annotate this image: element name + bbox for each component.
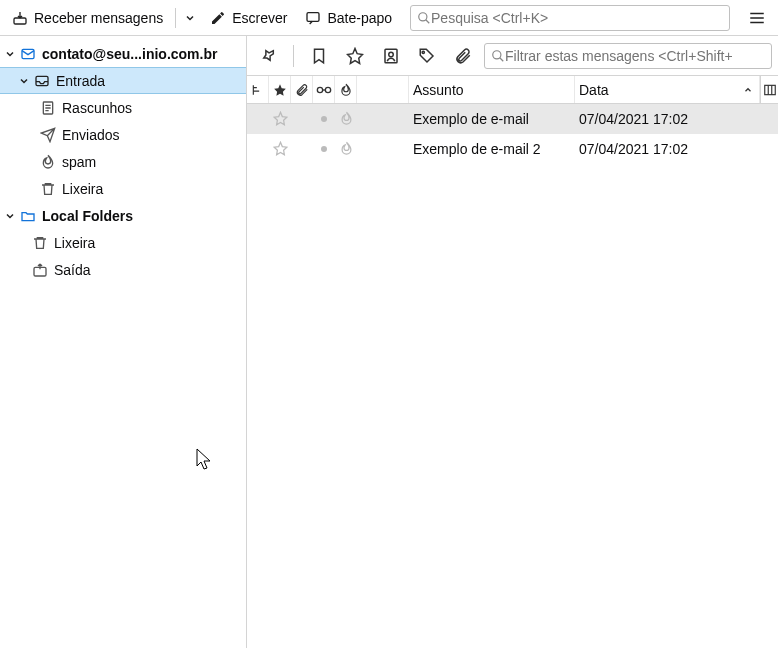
- get-messages-dropdown[interactable]: [180, 8, 200, 28]
- folder-spam[interactable]: spam: [0, 148, 246, 175]
- message-row[interactable]: Exemplo de e-mail 207/04/2021 17:02: [247, 134, 778, 164]
- folder-inbox[interactable]: Entrada: [0, 67, 246, 94]
- svg-point-10: [493, 50, 501, 58]
- spam-cell[interactable]: [335, 111, 357, 126]
- spam-cell[interactable]: [335, 141, 357, 156]
- svg-point-12: [325, 87, 330, 92]
- chevron-down-icon: [184, 12, 196, 24]
- column-headers: Assunto Data: [247, 76, 778, 104]
- paperclip-icon: [454, 47, 472, 65]
- search-icon: [491, 49, 505, 63]
- message-pane: Assunto Data Exemplo de e-mail07/04/2021…: [247, 36, 778, 648]
- addressbook-icon: [382, 47, 400, 65]
- quick-filter-bar: [247, 36, 778, 76]
- folder-label: Entrada: [56, 73, 105, 89]
- local-trash[interactable]: Lixeira: [0, 229, 246, 256]
- read-cell[interactable]: [313, 146, 335, 152]
- svg-rect-1: [307, 12, 319, 21]
- hamburger-icon: [748, 9, 766, 27]
- attachment-filter-button[interactable]: [448, 43, 478, 69]
- trash-icon: [32, 235, 48, 251]
- trash-icon: [40, 181, 56, 197]
- read-cell[interactable]: [313, 116, 335, 122]
- sent-icon: [40, 127, 56, 143]
- star-filter-button[interactable]: [340, 43, 370, 69]
- svg-point-11: [317, 87, 322, 92]
- folder-label: Rascunhos: [62, 100, 132, 116]
- document-icon: [40, 100, 56, 116]
- tag-filter-button[interactable]: [412, 43, 442, 69]
- flame-icon: [40, 154, 56, 170]
- local-folders-label: Local Folders: [42, 208, 133, 224]
- folder-label: Lixeira: [54, 235, 95, 251]
- get-messages-button[interactable]: Receber mensagens: [4, 6, 171, 30]
- chevron-down-icon: [4, 48, 16, 60]
- main-toolbar: Receber mensagens Escrever Bate-papo: [0, 0, 778, 36]
- date-cell: 07/04/2021 17:02: [575, 111, 778, 127]
- pin-filter-button[interactable]: [253, 43, 283, 69]
- contact-filter-button[interactable]: [376, 43, 406, 69]
- svg-rect-0: [14, 18, 26, 24]
- paperclip-icon: [295, 83, 309, 97]
- global-search[interactable]: [410, 5, 730, 31]
- local-outbox[interactable]: Saída: [0, 256, 246, 283]
- svg-rect-13: [764, 85, 775, 94]
- column-picker-icon: [763, 83, 777, 97]
- tag-icon: [418, 47, 436, 65]
- account-label: contato@seu...inio.com.br: [42, 46, 217, 62]
- message-list: Exemplo de e-mail07/04/2021 17:02Exemplo…: [247, 104, 778, 648]
- folder-label: spam: [62, 154, 96, 170]
- thread-icon: [251, 83, 265, 97]
- thread-column[interactable]: [247, 76, 269, 103]
- star-column[interactable]: [269, 76, 291, 103]
- outbox-icon: [32, 262, 48, 278]
- svg-point-9: [422, 51, 424, 53]
- mail-icon: [20, 46, 36, 62]
- sort-asc-icon: [743, 85, 753, 95]
- unread-filter-button[interactable]: [304, 43, 334, 69]
- get-messages-label: Receber mensagens: [34, 10, 163, 26]
- local-folders-row[interactable]: Local Folders: [0, 202, 246, 229]
- global-search-input[interactable]: [431, 10, 723, 26]
- chat-button[interactable]: Bate-papo: [297, 6, 400, 30]
- message-row[interactable]: Exemplo de e-mail07/04/2021 17:02: [247, 104, 778, 134]
- chat-icon: [305, 10, 321, 26]
- attachment-column[interactable]: [291, 76, 313, 103]
- column-picker[interactable]: [760, 76, 778, 103]
- star-icon: [346, 47, 364, 65]
- star-icon: [273, 83, 287, 97]
- folder-label: Lixeira: [62, 181, 103, 197]
- read-column[interactable]: [313, 76, 335, 103]
- spam-column[interactable]: [335, 76, 357, 103]
- pin-icon: [259, 47, 277, 65]
- folder-icon: [20, 208, 36, 224]
- chevron-down-icon: [4, 210, 16, 222]
- search-icon: [417, 11, 431, 25]
- flame-icon: [339, 83, 353, 97]
- folder-sent[interactable]: Enviados: [0, 121, 246, 148]
- inbox-icon: [34, 73, 50, 89]
- account-row[interactable]: contato@seu...inio.com.br: [0, 40, 246, 67]
- chat-label: Bate-papo: [327, 10, 392, 26]
- subject-cell: Exemplo de e-mail 2: [409, 141, 575, 157]
- app-menu-button[interactable]: [740, 3, 774, 33]
- filter-messages-input[interactable]: [505, 48, 765, 64]
- folder-trash[interactable]: Lixeira: [0, 175, 246, 202]
- star-cell[interactable]: [269, 141, 291, 156]
- svg-point-8: [389, 52, 394, 57]
- chevron-down-icon: [18, 75, 30, 87]
- separator: [293, 45, 294, 67]
- flame-icon: [339, 111, 354, 126]
- date-cell: 07/04/2021 17:02: [575, 141, 778, 157]
- subject-column[interactable]: Assunto: [409, 76, 575, 103]
- write-button[interactable]: Escrever: [202, 6, 295, 30]
- flame-icon: [339, 141, 354, 156]
- folder-label: Saída: [54, 262, 91, 278]
- date-column[interactable]: Data: [575, 76, 760, 103]
- star-icon: [273, 141, 288, 156]
- folder-drafts[interactable]: Rascunhos: [0, 94, 246, 121]
- separator: [175, 8, 176, 28]
- folder-label: Enviados: [62, 127, 120, 143]
- filter-messages[interactable]: [484, 43, 772, 69]
- star-cell[interactable]: [269, 111, 291, 126]
